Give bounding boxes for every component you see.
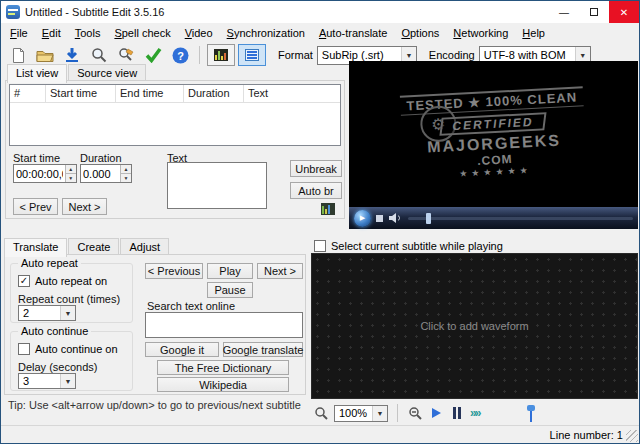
search-online-label: Search text online xyxy=(147,300,235,312)
menu-help[interactable]: Help xyxy=(515,25,552,41)
google-translate-button[interactable]: Google translate xyxy=(223,342,303,357)
mini-waveform-icon[interactable] xyxy=(321,203,335,215)
subtitle-list-header: # Start time End time Duration Text xyxy=(10,85,340,103)
help-icon: ? xyxy=(172,47,189,64)
app-icon xyxy=(6,5,20,19)
save-arrow-icon xyxy=(64,47,80,64)
auto-repeat-checkbox[interactable]: ✓ xyxy=(18,275,30,287)
delay-value: 3 xyxy=(19,374,60,388)
zoom-value: 100% xyxy=(335,406,372,421)
free-dictionary-button[interactable]: The Free Dictionary xyxy=(157,360,289,375)
duration-label: Duration xyxy=(80,152,122,164)
encoding-label: Encoding xyxy=(429,49,475,61)
play-button[interactable]: ▶ xyxy=(354,210,371,227)
watermark: ⚙ TESTED ★ 100% CLEAN CERTIFIED MAJORGEE… xyxy=(349,61,638,207)
speaker-icon[interactable] xyxy=(388,212,403,224)
subtitle-text-area[interactable] xyxy=(167,162,267,209)
spin-up-icon[interactable]: ▲ xyxy=(121,165,131,174)
help-button[interactable]: ? xyxy=(168,44,192,66)
menu-networking[interactable]: Networking xyxy=(446,25,515,41)
menu-bar: File Edit Tools Spell check Video Synchr… xyxy=(1,23,639,43)
maximize-button[interactable] xyxy=(579,1,609,23)
next-button[interactable]: Next > xyxy=(257,263,303,279)
menu-file[interactable]: File xyxy=(3,25,35,41)
video-player: ⚙ TESTED ★ 100% CLEAN CERTIFIED MAJORGEE… xyxy=(349,61,638,229)
open-button[interactable] xyxy=(33,44,57,66)
column-number[interactable]: # xyxy=(10,85,46,102)
waveform-area[interactable]: Click to add waveform xyxy=(311,253,638,399)
auto-continue-group-label: Auto continue xyxy=(18,325,91,337)
tab-list-view[interactable]: List view xyxy=(7,64,67,83)
menu-spell-check[interactable]: Spell check xyxy=(107,25,177,41)
watermark-stars: ★★★★★★ xyxy=(459,165,532,179)
menu-options[interactable]: Options xyxy=(394,25,446,41)
resize-grip[interactable] xyxy=(626,430,638,442)
search-text-input[interactable] xyxy=(145,312,303,338)
wikipedia-button[interactable]: Wikipedia xyxy=(157,377,289,392)
spin-down-icon[interactable]: ▼ xyxy=(121,174,131,182)
auto-br-button[interactable]: Auto br xyxy=(290,182,342,199)
wave-play-icon[interactable] xyxy=(428,405,444,421)
find-icon xyxy=(91,47,107,63)
menu-tools[interactable]: Tools xyxy=(68,25,108,41)
replace-button[interactable] xyxy=(114,44,138,66)
select-subtitle-checkbox[interactable] xyxy=(314,240,326,252)
auto-continue-checkbox[interactable] xyxy=(18,343,30,355)
auto-continue-checkbox-label: Auto continue on xyxy=(35,343,118,355)
google-it-button[interactable]: Google it xyxy=(145,342,219,357)
progress-thumb[interactable] xyxy=(426,213,431,224)
pause-button[interactable]: Pause xyxy=(207,282,253,298)
select-subtitle-checkbox-row: Select current subtitle while playing xyxy=(314,240,503,252)
next-subtitle-button[interactable]: Next > xyxy=(62,198,107,215)
spin-down-icon[interactable]: ▼ xyxy=(66,174,76,182)
position-marker-icon[interactable] xyxy=(526,405,536,422)
menu-synchronization[interactable]: Synchronization xyxy=(220,25,312,41)
subtitle-list[interactable]: # Start time End time Duration Text xyxy=(9,84,341,146)
waveform-placeholder: Click to add waveform xyxy=(420,320,528,332)
new-button[interactable] xyxy=(6,44,30,66)
auto-repeat-group: Auto repeat ✓ Auto repeat on Repeat coun… xyxy=(10,263,133,323)
play-control-button[interactable]: Play xyxy=(207,263,253,279)
window-controls: — ✕ xyxy=(549,1,639,23)
menu-edit[interactable]: Edit xyxy=(35,25,68,41)
chevron-down-icon: ▼ xyxy=(60,306,75,320)
waveform-bars-icon[interactable] xyxy=(449,405,465,421)
stop-button[interactable] xyxy=(376,215,383,222)
repeat-count-select[interactable]: 2 ▼ xyxy=(18,305,76,321)
column-start-time[interactable]: Start time xyxy=(46,85,116,102)
video-screen[interactable]: ⚙ TESTED ★ 100% CLEAN CERTIFIED MAJORGEE… xyxy=(349,61,638,207)
toggle-video-button[interactable] xyxy=(238,44,266,66)
green-check-icon xyxy=(145,47,162,63)
menu-auto-translate[interactable]: Auto-translate xyxy=(312,25,395,41)
prev-subtitle-button[interactable]: < Prev xyxy=(13,198,58,215)
column-duration[interactable]: Duration xyxy=(184,85,244,102)
zoom-out-icon[interactable] xyxy=(407,405,423,421)
close-button[interactable]: ✕ xyxy=(609,1,639,23)
column-end-time[interactable]: End time xyxy=(116,85,184,102)
tip-text: Tip: Use <alt+arrow up/down> to go to pr… xyxy=(8,399,301,411)
line-number-status: Line number: 1 xyxy=(550,429,623,441)
minimize-button[interactable]: — xyxy=(549,1,579,23)
spin-up-icon[interactable]: ▲ xyxy=(66,165,76,174)
duration-input[interactable] xyxy=(81,165,120,182)
seek-arrows-icon[interactable]: »» xyxy=(470,406,479,420)
column-text[interactable]: Text xyxy=(244,85,340,102)
find-button[interactable] xyxy=(87,44,111,66)
menu-video[interactable]: Video xyxy=(178,25,220,41)
delay-select[interactable]: 3 ▼ xyxy=(18,373,76,389)
previous-button[interactable]: < Previous xyxy=(145,263,203,279)
waveform-toolbar-separator xyxy=(397,404,398,422)
app-window: Untitled - Subtitle Edit 3.5.16 — ✕ File… xyxy=(0,0,640,444)
tab-translate[interactable]: Translate xyxy=(4,238,67,257)
spell-check-button[interactable] xyxy=(141,44,165,66)
unbreak-button[interactable]: Unbreak xyxy=(290,160,342,177)
video-progress-slider[interactable] xyxy=(408,217,633,220)
subtitle-list-body[interactable] xyxy=(10,103,340,145)
window-title: Untitled - Subtitle Edit 3.5.16 xyxy=(25,6,164,18)
maximize-icon xyxy=(590,8,598,16)
start-time-input[interactable] xyxy=(14,165,65,182)
toggle-waveform-button[interactable] xyxy=(207,44,235,66)
save-button[interactable] xyxy=(60,44,84,66)
format-label: Format xyxy=(278,49,313,61)
zoom-select[interactable]: 100% ▼ xyxy=(334,405,388,422)
